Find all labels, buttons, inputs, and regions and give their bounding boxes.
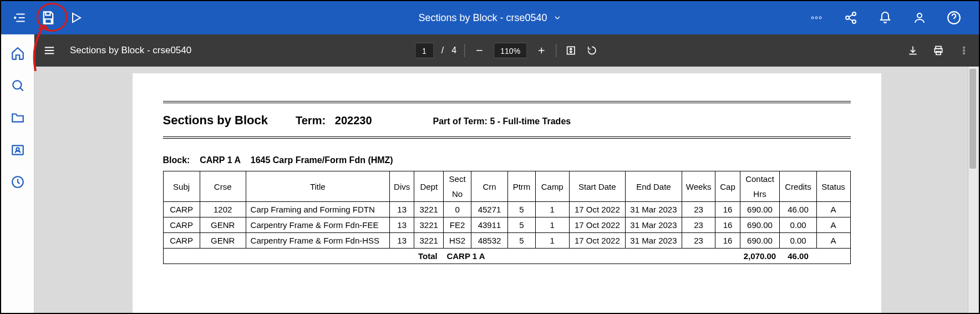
user-folder-icon[interactable]	[10, 142, 26, 158]
cell-divs: 13	[390, 217, 414, 233]
cell-credits: 46.00	[780, 202, 816, 217]
total-row: Total CARP 1 A 2,070.00 46.00	[163, 249, 850, 264]
side-rail	[1, 34, 34, 313]
svg-point-19	[963, 53, 965, 54]
th-weeks: Weeks	[682, 171, 715, 202]
cell-ptrm: 5	[508, 202, 536, 217]
menu-list-icon[interactable]	[9, 7, 32, 29]
page-title-dropdown[interactable]: Sections by Block - crse0540	[418, 12, 561, 24]
main-panel: Sections by Block - crse0540 1 / 4 110%	[34, 34, 979, 313]
scrollbar-track[interactable]	[968, 67, 978, 313]
cell-ptrm: 5	[508, 217, 536, 233]
cell-title: Carp Framing and Forming FDTN	[246, 202, 390, 217]
cell-camp: 1	[535, 233, 569, 249]
cell-subj: CARP	[163, 202, 200, 217]
zoom-out-icon[interactable]	[473, 44, 486, 57]
cell-weeks: 23	[682, 217, 715, 233]
cell-status: A	[816, 202, 850, 217]
cell-crse: GENR	[200, 233, 246, 249]
clock-icon[interactable]	[10, 174, 26, 190]
svg-point-7	[917, 13, 922, 18]
cell-contact: 690.00	[740, 233, 780, 249]
cell-sect: HS2	[444, 233, 471, 249]
cell-start: 17 Oct 2022	[569, 217, 626, 233]
folder-icon[interactable]	[10, 110, 26, 125]
cell-crn: 43911	[471, 217, 507, 233]
toolbar-separator	[464, 44, 465, 57]
cell-sect: FE2	[444, 217, 471, 233]
th-cap: Cap	[715, 171, 740, 202]
cell-cap: 16	[715, 217, 740, 233]
chevron-down-icon	[553, 13, 562, 22]
bell-icon[interactable]	[874, 7, 896, 29]
fit-page-icon[interactable]	[564, 44, 577, 57]
cell-end: 31 Mar 2023	[626, 217, 682, 233]
download-icon[interactable]	[906, 44, 920, 57]
svg-point-4	[852, 12, 856, 16]
cell-status: A	[816, 217, 850, 233]
cell-weeks: 23	[682, 202, 715, 217]
sections-table: Subj Crse Title Divs Dept Sect Crn Ptrm …	[163, 171, 851, 264]
help-icon[interactable]	[943, 7, 965, 29]
cell-title: Carpentry Frame & Form Fdn-HSS	[246, 233, 390, 249]
play-icon[interactable]	[65, 7, 87, 29]
svg-point-0	[14, 17, 16, 18]
cell-weeks: 23	[682, 233, 715, 249]
pdf-toolbar: Sections by Block - crse0540 1 / 4 110%	[34, 34, 979, 67]
th-end: End Date	[626, 171, 682, 202]
cell-dept: 3221	[414, 233, 444, 249]
th-ptrm: Ptrm	[508, 171, 536, 202]
th-title: Title	[246, 171, 390, 202]
cell-sect: 0	[444, 202, 471, 217]
cell-crse: GENR	[200, 217, 246, 233]
share-icon[interactable]	[840, 7, 862, 29]
th-contact2: Hrs	[740, 186, 780, 202]
cell-crse: 1202	[200, 202, 246, 217]
svg-rect-10	[12, 145, 23, 154]
page-total: 4	[451, 45, 456, 55]
th-camp: Camp	[535, 171, 569, 202]
cell-camp: 1	[535, 217, 569, 233]
hamburger-icon[interactable]	[43, 44, 56, 57]
home-icon[interactable]	[10, 45, 26, 61]
total-contact: 2,070.00	[740, 249, 780, 264]
th-divs: Divs	[390, 171, 414, 202]
svg-point-5	[846, 16, 849, 19]
cell-contact: 690.00	[740, 217, 780, 233]
cell-crn: 48532	[471, 233, 507, 249]
more-dots-icon[interactable]	[805, 7, 827, 29]
svg-point-2	[815, 17, 817, 19]
rotate-icon[interactable]	[585, 44, 598, 57]
kebab-menu-icon[interactable]	[957, 44, 971, 57]
cell-credits: 0.00	[780, 217, 816, 233]
zoom-in-icon[interactable]	[535, 44, 548, 57]
document-title: Sections by Block - crse0540	[70, 45, 191, 56]
print-icon[interactable]	[932, 44, 945, 57]
svg-point-6	[852, 20, 856, 23]
svg-point-1	[811, 17, 814, 19]
page-separator: /	[441, 45, 444, 55]
svg-point-17	[963, 47, 965, 48]
cell-start: 17 Oct 2022	[569, 202, 626, 217]
cell-camp: 1	[535, 202, 569, 217]
cell-contact: 690.00	[740, 202, 780, 217]
pot-value: 5 - Full-time Trades	[490, 117, 571, 126]
block-label: Block:	[163, 155, 190, 165]
th-sect1: Sect	[444, 171, 471, 187]
zoom-level[interactable]: 110%	[494, 43, 527, 58]
cell-start: 17 Oct 2022	[569, 233, 626, 249]
svg-point-3	[819, 17, 821, 19]
document-page: Sections by Block Term: 202230 Part of T…	[133, 73, 881, 313]
total-block: CARP 1 A	[446, 251, 485, 261]
save-icon[interactable]	[37, 7, 59, 29]
search-icon[interactable]	[10, 78, 26, 93]
toolbar-separator	[556, 44, 556, 57]
th-subj: Subj	[163, 171, 200, 202]
user-icon[interactable]	[908, 7, 931, 29]
scrollbar-thumb[interactable]	[969, 69, 976, 169]
block-desc: 1645 Carp Frame/Form Fdn (HMZ)	[251, 155, 393, 165]
cell-crn: 45271	[471, 202, 507, 217]
table-header-row: Subj Crse Title Divs Dept Sect Crn Ptrm …	[163, 171, 850, 187]
table-row: CARPGENRCarpentry Frame & Form Fdn-FEE13…	[163, 217, 850, 233]
page-number-input[interactable]: 1	[415, 43, 434, 58]
